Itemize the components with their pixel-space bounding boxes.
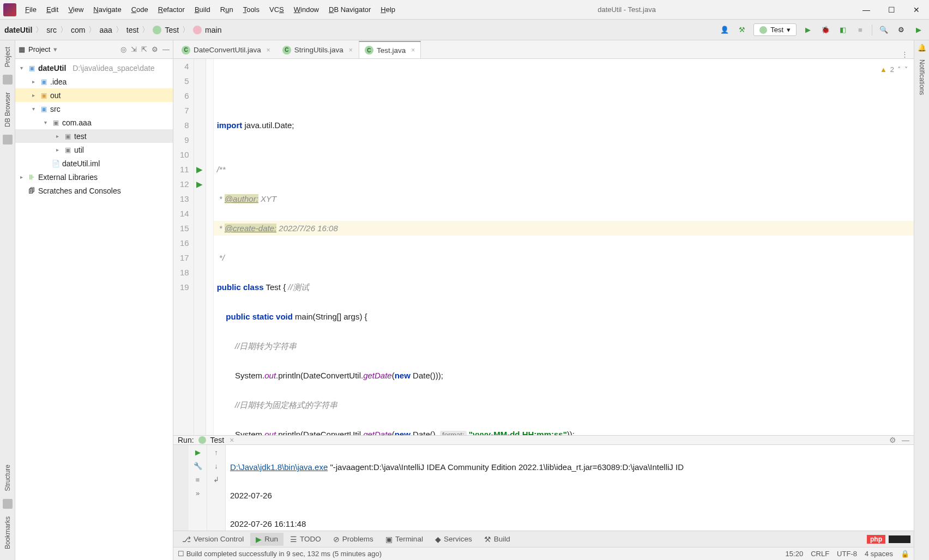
project-rail-icon[interactable] — [3, 75, 13, 85]
tree-test[interactable]: ▸▣test — [15, 129, 173, 143]
more-icon[interactable]: » — [196, 489, 200, 497]
target-icon[interactable]: ◎ — [120, 45, 126, 53]
minimize-button[interactable]: — — [854, 0, 879, 20]
stop-button[interactable]: ■ — [854, 24, 866, 36]
menu-dbnav[interactable]: DB Navigator — [324, 2, 375, 17]
caret-position[interactable]: 15:20 — [786, 550, 804, 558]
tree-extlib[interactable]: ▸⊪External Libraries — [15, 170, 173, 184]
lock-icon[interactable]: 🔒 — [901, 550, 909, 558]
btab-problems[interactable]: ⊘Problems — [328, 533, 379, 546]
tab-test[interactable]: CTest.java× — [359, 41, 421, 58]
hide-icon[interactable]: — — [902, 436, 909, 444]
code-area[interactable]: ▲2 ˄ ˅ import java.util.Date; /** * @aut… — [214, 59, 914, 435]
prev-highlight-icon[interactable]: ˄ — [897, 62, 901, 77]
menu-help[interactable]: Help — [376, 2, 400, 17]
crumb-com[interactable]: com — [71, 26, 85, 34]
menu-run[interactable]: Run — [216, 2, 238, 17]
code-editor[interactable]: 4567 891011 12131415 16171819 ▶ ▶ ▲ — [173, 59, 914, 435]
tree-out[interactable]: ▸▣out — [15, 88, 173, 102]
hide-icon[interactable]: — — [162, 45, 170, 53]
crumb-aaa[interactable]: aaa — [99, 26, 112, 34]
tool-notifications[interactable]: Notifications — [918, 56, 926, 98]
search-icon[interactable]: 🔍 — [878, 24, 890, 36]
down-icon[interactable]: ↓ — [214, 462, 218, 470]
up-icon[interactable]: ↑ — [214, 448, 218, 456]
java-exe-link[interactable]: D:\Java\jdk1.8\bin\java.exe — [230, 462, 328, 472]
coverage-button[interactable]: ◧ — [837, 24, 849, 36]
rerun-icon[interactable]: ▶ — [195, 448, 201, 456]
run-gutter[interactable]: ▶ ▶ — [194, 59, 206, 435]
run-tab-name[interactable]: Test — [210, 436, 225, 444]
menu-edit[interactable]: Edit — [42, 2, 63, 17]
structure-rail-icon[interactable] — [3, 499, 13, 509]
btab-build[interactable]: ⚒Build — [479, 533, 516, 546]
line-gutter[interactable]: 4567 891011 12131415 16171819 — [173, 59, 194, 435]
tab-list-icon[interactable]: ⋮ — [896, 50, 914, 58]
close-icon[interactable]: × — [411, 46, 415, 54]
line-separator[interactable]: CRLF — [811, 550, 829, 558]
menu-navigate[interactable]: Navigate — [89, 2, 125, 17]
menu-window[interactable]: Window — [289, 2, 323, 17]
db-rail-icon[interactable] — [3, 135, 13, 144]
wrap-icon[interactable]: ↲ — [213, 475, 219, 484]
fold-gutter[interactable] — [206, 59, 214, 435]
run-line-icon[interactable]: ▶ — [194, 162, 206, 177]
collapse-icon[interactable]: ⇱ — [141, 45, 147, 53]
chevron-down-icon[interactable]: ▾ — [53, 45, 57, 53]
menu-file[interactable]: File — [21, 2, 41, 17]
menu-view[interactable]: View — [64, 2, 88, 17]
project-view-icon[interactable]: ▦ — [19, 45, 25, 53]
close-icon[interactable]: × — [230, 436, 234, 444]
menu-refactor[interactable]: Refactor — [154, 2, 189, 17]
tree-root[interactable]: ▾▣ dateUtil D:\java\idea_space\date — [15, 61, 173, 75]
run-button[interactable]: ▶ — [802, 24, 814, 36]
next-highlight-icon[interactable]: ˅ — [904, 62, 908, 77]
breadcrumb[interactable]: dateUtil〉 src〉 com〉 aaa〉 test〉 Test〉 mai… — [4, 25, 221, 35]
crumb-test[interactable]: test — [126, 26, 139, 34]
file-encoding[interactable]: UTF-8 — [837, 550, 857, 558]
stop-button[interactable]: ■ — [196, 475, 200, 484]
tree-idea[interactable]: ▸▣.idea — [15, 75, 173, 88]
crumb-method[interactable]: main — [205, 26, 221, 34]
tool-project[interactable]: Project — [4, 44, 11, 70]
tree-util[interactable]: ▸▣util — [15, 143, 173, 156]
tab-stringutils[interactable]: CStringUtils.java× — [276, 41, 359, 58]
tree-pkg[interactable]: ▾▣com.aaa — [15, 116, 173, 129]
tree-scratch[interactable]: 🗐Scratches and Consoles — [15, 184, 173, 197]
tool-dbbrowser[interactable]: DB Browser — [4, 89, 11, 130]
project-pane-title[interactable]: Project — [28, 45, 50, 53]
tree-iml[interactable]: 📄dateUtil.iml — [15, 156, 173, 170]
crumb-src[interactable]: src — [46, 26, 57, 34]
main-menu[interactable]: File Edit View Navigate Code Refactor Bu… — [21, 2, 400, 17]
crumb-root[interactable]: dateUtil — [4, 26, 32, 34]
run-anything-icon[interactable]: ▶ — [913, 24, 925, 36]
gear-icon[interactable]: ⚙ — [889, 436, 896, 444]
menu-tools[interactable]: Tools — [239, 2, 264, 17]
btab-terminal[interactable]: ▣Terminal — [380, 533, 429, 546]
maximize-button[interactable]: ☐ — [879, 0, 904, 20]
run-config-selector[interactable]: Test ▾ — [753, 23, 797, 36]
menu-build[interactable]: Build — [190, 2, 215, 17]
user-icon[interactable]: 👤 — [719, 24, 731, 36]
project-tree[interactable]: ▾▣ dateUtil D:\java\idea_space\date ▸▣.i… — [15, 59, 173, 560]
hammer-icon[interactable]: ⚒ — [736, 24, 748, 36]
close-icon[interactable]: × — [267, 46, 270, 54]
btab-services[interactable]: ◆Services — [430, 533, 478, 546]
tab-dateconvertutil[interactable]: CDateConvertUtil.java× — [176, 41, 276, 58]
tool-bookmarks[interactable]: Bookmarks — [4, 513, 11, 552]
close-icon[interactable]: × — [349, 46, 353, 54]
expand-icon[interactable]: ⇲ — [131, 45, 137, 53]
bell-icon[interactable]: 🔔 — [918, 44, 926, 52]
status-checkbox[interactable]: ☐ — [178, 550, 184, 558]
menu-vcs[interactable]: VCS — [265, 2, 288, 17]
close-button[interactable]: ✕ — [904, 0, 929, 20]
btab-run[interactable]: ▶Run — [250, 533, 283, 546]
btab-todo[interactable]: ☰TODO — [285, 533, 327, 546]
tool-structure[interactable]: Structure — [4, 461, 11, 495]
debug-button[interactable]: 🐞 — [819, 24, 831, 36]
indent-info[interactable]: 4 spaces — [865, 550, 893, 558]
btab-vcs[interactable]: ⎇Version Control — [177, 533, 249, 546]
menu-code[interactable]: Code — [127, 2, 153, 17]
wrench-icon[interactable]: 🔧 — [194, 462, 202, 470]
tree-src[interactable]: ▾▣src — [15, 102, 173, 116]
